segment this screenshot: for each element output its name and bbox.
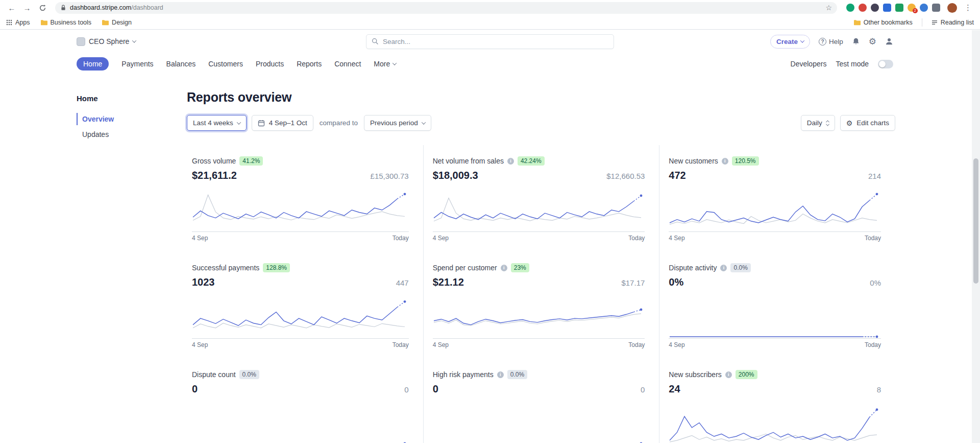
nav-item-more[interactable]: More	[374, 60, 396, 68]
axis-start-label: 4 Sep	[192, 235, 208, 242]
metric-title: Spend per customer	[433, 264, 497, 272]
settings-gear-icon[interactable]: ⚙	[869, 36, 876, 47]
metric-compare-value: 0	[641, 385, 645, 394]
account-switcher[interactable]: CEO Sphere	[77, 37, 136, 46]
axis-end-label: Today	[865, 341, 881, 348]
nav-item-payments[interactable]: Payments	[121, 60, 153, 68]
metric-card-net-volume[interactable]: Net volume from salesi42.24% $18,009.3$1…	[423, 145, 659, 252]
sparkline-chart	[433, 294, 645, 338]
metric-compare-value: 8	[877, 385, 881, 394]
nav-item-customers[interactable]: Customers	[208, 60, 243, 68]
axis-start-label: 4 Sep	[669, 341, 684, 348]
metric-title: Successful payments	[192, 264, 259, 272]
search-bar[interactable]	[366, 34, 614, 49]
other-bookmarks[interactable]: Other bookmarks	[853, 19, 913, 26]
help-button[interactable]: ? Help	[819, 38, 843, 45]
extension-icon[interactable]	[846, 4, 854, 12]
chevron-down-icon	[132, 38, 136, 42]
header-actions: Create ? Help ⚙	[770, 35, 893, 49]
metric-card-spend-per-customer[interactable]: Spend per customeri23% $21.12$17.17 4 Se…	[423, 252, 659, 359]
metric-value: 0	[433, 383, 438, 395]
reload-icon[interactable]	[36, 1, 49, 14]
back-icon[interactable]: ←	[5, 1, 18, 14]
metric-change-badge: 200%	[736, 370, 757, 379]
metric-compare-value: 447	[396, 278, 409, 287]
select-arrows-icon	[826, 120, 829, 126]
profile-icon[interactable]	[885, 37, 893, 45]
metric-change-badge: 0.0%	[507, 370, 527, 379]
sparkline-chart	[192, 401, 409, 443]
content: Home Overview Updates Reports overview L…	[0, 75, 980, 443]
metric-change-badge: 0.0%	[730, 263, 750, 272]
extension-icon[interactable]	[920, 4, 928, 12]
sparkline-chart	[669, 294, 881, 338]
forward-icon[interactable]: →	[20, 1, 34, 14]
apps-grid-icon	[6, 19, 12, 26]
extensions-puzzle-icon[interactable]	[932, 4, 940, 12]
compared-to-label: compared to	[320, 119, 358, 127]
date-range-button[interactable]: 4 Sep–1 Oct	[252, 115, 313, 131]
axis-end-label: Today	[628, 235, 645, 242]
browser-menu-icon[interactable]: ⋮	[961, 3, 975, 12]
metric-card-successful-payments[interactable]: Successful paymentsi128.8% 1023447 4 Sep…	[187, 252, 423, 359]
extension-icon[interactable]: 2	[908, 4, 916, 12]
metric-card-high-risk-payments[interactable]: High risk paymentsi0.0% 00 4 SepToday	[423, 359, 659, 443]
metric-card-dispute-activity[interactable]: Dispute activityi0.0% 0%0% 4 SepToday	[659, 252, 895, 359]
folder-icon	[40, 19, 47, 26]
axis-start-label: 4 Sep	[192, 341, 208, 348]
reading-list[interactable]: Reading list	[932, 19, 974, 26]
browser-profile-avatar[interactable]	[947, 3, 957, 13]
metric-card-gross-volume[interactable]: Gross volumei41.2% $21,611.2£15,300.73 4…	[187, 145, 423, 252]
sidebar-item-overview[interactable]: Overview	[77, 113, 187, 125]
folder-icon	[853, 19, 861, 26]
nav-item-home[interactable]: Home	[77, 57, 109, 71]
metric-card-new-subscribers[interactable]: New subscribersi200% 248 4 SepToday	[659, 359, 895, 443]
extension-icon[interactable]	[871, 4, 879, 12]
compare-period-dropdown[interactable]: Previous period	[364, 115, 431, 131]
nav-item-balances[interactable]: Balances	[166, 60, 196, 68]
scrollbar-thumb[interactable]	[973, 158, 978, 284]
metric-card-dispute-count[interactable]: Dispute counti0.0% 00 4 SepToday	[187, 359, 423, 443]
axis-end-label: Today	[865, 235, 881, 242]
create-label: Create	[776, 38, 798, 45]
nav-item-products[interactable]: Products	[256, 60, 284, 68]
interval-select[interactable]: Daily	[801, 115, 835, 131]
sparkline-chart	[433, 188, 645, 231]
bookmark-folder-design[interactable]: Design	[102, 19, 132, 26]
bookmark-star-icon[interactable]: ☆	[825, 4, 832, 12]
nav-item-reports[interactable]: Reports	[297, 60, 322, 68]
screen: ← → dashboard.stripe.com/dashboard ☆ 2 ⋮…	[0, 0, 980, 443]
test-mode-label: Test mode	[836, 60, 869, 68]
metric-compare-value: $17.17	[621, 278, 645, 287]
bookmark-label: Reading list	[941, 19, 974, 26]
metric-card-new-customers[interactable]: New customersi120.5% 472214 4 SepToday	[659, 145, 895, 252]
org-logo	[77, 37, 85, 46]
test-mode-toggle[interactable]	[878, 60, 893, 68]
chevron-down-icon	[421, 120, 425, 124]
metric-value: 0%	[669, 276, 683, 288]
bookmark-folder-business-tools[interactable]: Business tools	[40, 19, 92, 26]
create-button[interactable]: Create	[770, 35, 810, 49]
scrollbar[interactable]	[972, 30, 980, 443]
date-range-preset-dropdown[interactable]: Last 4 weeks	[187, 115, 247, 131]
extension-icon[interactable]	[859, 4, 867, 12]
axis-end-label: Today	[393, 341, 409, 348]
metric-compare-value: 214	[868, 172, 881, 180]
nav-item-connect[interactable]: Connect	[334, 60, 361, 68]
address-bar[interactable]: dashboard.stripe.com/dashboard ☆	[55, 2, 837, 14]
edit-charts-button[interactable]: ⚙ Edit charts	[840, 115, 895, 131]
notifications-bell-icon[interactable]	[852, 37, 860, 45]
calendar-icon	[258, 120, 265, 127]
extension-icon[interactable]	[895, 4, 903, 12]
info-icon: i	[720, 265, 727, 271]
search-input[interactable]	[383, 38, 608, 45]
gear-icon: ⚙	[846, 119, 853, 127]
metrics-grid: Gross volumei41.2% $21,611.2£15,300.73 4…	[187, 145, 895, 443]
extension-icon[interactable]	[883, 4, 891, 12]
bookmark-apps[interactable]: Apps	[6, 19, 30, 26]
metric-title: High risk payments	[433, 370, 494, 379]
folder-icon	[102, 19, 109, 26]
sidebar-item-updates[interactable]: Updates	[77, 128, 187, 141]
axis-start-label: 4 Sep	[669, 235, 684, 242]
developers-link[interactable]: Developers	[791, 60, 827, 68]
